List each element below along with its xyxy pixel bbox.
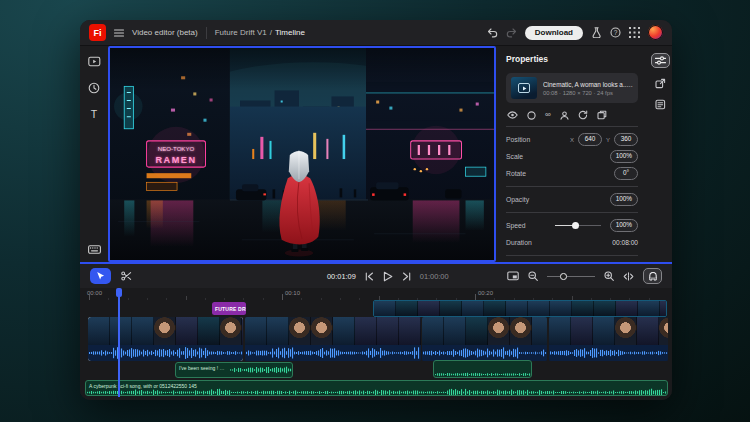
music-clip-label: A cyberpunk sci-fi song, with or 0512422… bbox=[86, 381, 200, 390]
thumbnail-cell bbox=[377, 317, 399, 345]
video-clip-selected[interactable] bbox=[88, 317, 243, 361]
split-clip-button[interactable] bbox=[623, 272, 634, 281]
scale-input[interactable]: 100% bbox=[610, 150, 638, 162]
thumbnail-cell bbox=[245, 317, 267, 345]
position-x-input[interactable]: 640 bbox=[578, 133, 602, 145]
thumbnail-cell bbox=[466, 317, 488, 345]
hamburger-icon bbox=[114, 29, 124, 37]
thumbnail-cell bbox=[440, 301, 462, 316]
thumbnail-cell bbox=[510, 317, 532, 345]
thumbnail-cell bbox=[289, 317, 311, 345]
timeline-zoom-slider[interactable] bbox=[547, 272, 595, 281]
timeline-panel[interactable]: 00:0000:1000:20 FUTURE DRI I've been se bbox=[80, 288, 672, 400]
notes-tab-button[interactable] bbox=[655, 99, 666, 110]
ruler-tick bbox=[128, 298, 129, 300]
apps-grid-icon bbox=[629, 27, 640, 38]
beta-feedback-button[interactable] bbox=[591, 27, 602, 38]
person-icon[interactable] bbox=[560, 111, 569, 120]
music-audio-clip[interactable]: A cyberpunk sci-fi song, with or 0512422… bbox=[85, 380, 668, 396]
thumbnail-cell bbox=[220, 317, 242, 345]
properties-title: Properties bbox=[506, 54, 638, 64]
help-button[interactable]: ? bbox=[610, 27, 621, 38]
mask-icon[interactable] bbox=[527, 111, 536, 120]
video-clip[interactable] bbox=[245, 317, 421, 361]
y-axis-label: Y bbox=[606, 137, 610, 143]
hamburger-menu-button[interactable] bbox=[114, 29, 124, 37]
svg-text:?: ? bbox=[614, 29, 618, 36]
waveform-svg bbox=[229, 363, 292, 377]
download-button[interactable]: Download bbox=[525, 26, 583, 40]
user-avatar[interactable] bbox=[648, 25, 663, 40]
zoom-in-button[interactable] bbox=[604, 271, 614, 281]
rotate-input[interactable]: 0° bbox=[614, 167, 638, 179]
sfx-audio-clip[interactable]: Clicking buttons on a video game 2020 fa… bbox=[433, 360, 532, 378]
eye-icon[interactable] bbox=[507, 111, 518, 119]
select-tool-button[interactable] bbox=[90, 268, 111, 284]
speed-slider[interactable] bbox=[555, 221, 601, 230]
breadcrumb[interactable]: Future Drift V1 / Timeline bbox=[215, 28, 305, 37]
thumbnail-cell bbox=[549, 317, 571, 345]
filmstrip bbox=[245, 317, 421, 345]
ruler-tick bbox=[186, 296, 187, 300]
text-tool-button[interactable]: T bbox=[91, 109, 97, 120]
position-y-input[interactable]: 360 bbox=[614, 133, 638, 145]
redo-button[interactable] bbox=[506, 27, 517, 38]
video-preview[interactable]: NEO-TOKYO NEO-TOKYO RAMEN RAMEN bbox=[108, 46, 496, 262]
opacity-input[interactable]: 100% bbox=[610, 193, 638, 205]
clip-meta: 00:08 · 1280 × 720 · 24 fps bbox=[543, 90, 633, 96]
thumbnail-cell bbox=[444, 317, 466, 345]
dialog-audio-clip[interactable]: I've been seeing ! gMF bbox=[175, 362, 293, 378]
selected-clip-card[interactable]: Cinematic, A woman looks a... xflgenvid … bbox=[506, 73, 638, 103]
waveform-svg bbox=[549, 345, 668, 361]
divider bbox=[506, 126, 638, 127]
properties-panel: Properties Cinematic, A woman looks a...… bbox=[496, 46, 648, 262]
thumbnail-cell bbox=[154, 317, 176, 345]
ruler-tick bbox=[263, 298, 264, 300]
properties-tab-button[interactable] bbox=[651, 53, 670, 68]
ruler-label: 00:10 bbox=[285, 290, 300, 296]
title-clip[interactable]: FUTURE DRI bbox=[212, 302, 246, 315]
main-video-track bbox=[88, 317, 668, 361]
undo-button[interactable] bbox=[487, 27, 498, 38]
thumbnail-cell bbox=[462, 301, 484, 316]
audio-waveform bbox=[229, 363, 292, 377]
thumbnail-cell bbox=[333, 317, 355, 345]
divider bbox=[506, 255, 638, 256]
keyboard-icon bbox=[88, 245, 101, 254]
thumbnail-cell bbox=[506, 301, 528, 316]
overlay-video-clip[interactable] bbox=[373, 300, 667, 317]
play-button[interactable] bbox=[383, 271, 393, 282]
video-clip[interactable] bbox=[422, 317, 547, 361]
thumbnail-cell bbox=[110, 317, 132, 345]
crop-icon[interactable] bbox=[597, 110, 607, 120]
thumbnail-cell bbox=[638, 301, 660, 316]
speed-input[interactable]: 100% bbox=[610, 219, 638, 231]
thumbnail-cell bbox=[355, 317, 377, 345]
rotate-row: Rotate 0° bbox=[506, 165, 638, 182]
ruler-tick bbox=[282, 294, 283, 300]
next-frame-button[interactable] bbox=[402, 272, 411, 281]
loop-icon[interactable]: ∞ bbox=[545, 111, 551, 119]
zoom-out-button[interactable] bbox=[528, 271, 538, 281]
snapping-toggle-button[interactable] bbox=[643, 268, 662, 284]
fit-timeline-button[interactable] bbox=[507, 271, 519, 281]
help-icon: ? bbox=[610, 27, 621, 38]
previous-frame-button[interactable] bbox=[365, 272, 374, 281]
main-area: T bbox=[80, 46, 672, 262]
speed-label: Speed bbox=[506, 222, 526, 229]
thumbnail-cell bbox=[528, 301, 550, 316]
firefly-logo[interactable]: Fi bbox=[89, 24, 106, 41]
position-label: Position bbox=[506, 136, 530, 143]
history-tool-button[interactable] bbox=[88, 82, 100, 94]
apps-grid-button[interactable] bbox=[629, 27, 640, 38]
ruler-label: 00:20 bbox=[478, 290, 493, 296]
keyboard-shortcuts-button[interactable] bbox=[88, 245, 101, 254]
breadcrumb-project[interactable]: Future Drift V1 bbox=[215, 28, 267, 37]
cut-tool-button[interactable] bbox=[121, 271, 132, 281]
playhead[interactable] bbox=[118, 288, 120, 397]
video-clip[interactable] bbox=[549, 317, 668, 361]
export-tab-button[interactable] bbox=[655, 78, 666, 89]
scale-label: Scale bbox=[506, 153, 523, 160]
media-tool-button[interactable] bbox=[88, 56, 101, 67]
refresh-icon[interactable] bbox=[578, 110, 588, 120]
